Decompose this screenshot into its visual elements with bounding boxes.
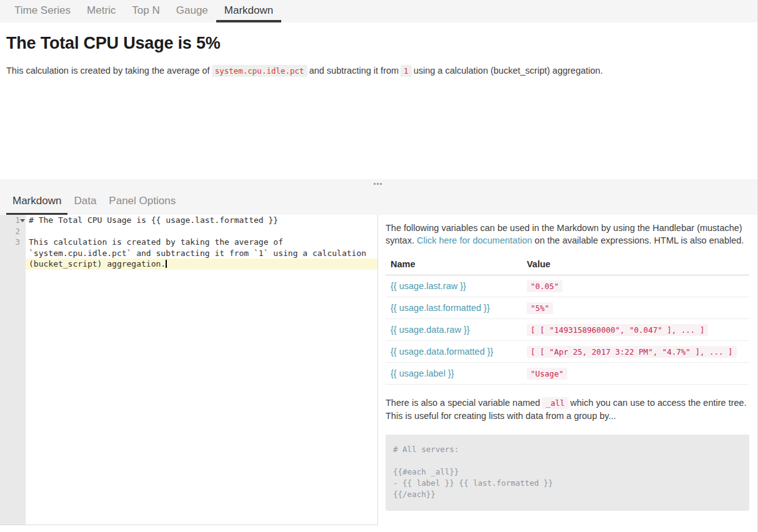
variable-name[interactable]: {{ usage.last.raw }}: [386, 275, 522, 297]
tab-markdown[interactable]: Markdown: [216, 0, 281, 22]
editor-line[interactable]: `system.cpu.idle.pct` and subtracting it…: [0, 248, 377, 259]
example-code-line: [393, 455, 742, 466]
inline-code-one: 1: [401, 65, 412, 77]
line-number-text: 1: [15, 215, 20, 225]
tab-gauge[interactable]: Gauge: [168, 0, 216, 22]
variable-value: "0.05": [527, 280, 562, 292]
preview-description-text: and subtracting it from: [309, 66, 399, 76]
gutter-line-number[interactable]: [0, 248, 26, 259]
variable-name[interactable]: {{ usage.label }}: [386, 363, 522, 385]
tsvb-editor-window: Time Series Metric Top N Gauge Markdown …: [0, 0, 758, 532]
editor-line-active[interactable]: (bucket_script) aggregation.: [0, 259, 377, 270]
markdown-help-panel: The following variables can be used in t…: [378, 215, 757, 532]
preview-description: This calculation is created by taking th…: [6, 64, 750, 77]
editor-line-text: [26, 226, 377, 237]
visualization-type-tabs: Time Series Metric Top N Gauge Markdown: [0, 0, 757, 22]
variable-name[interactable]: {{ usage.data.raw }}: [386, 319, 522, 341]
column-header-name: Name: [386, 255, 522, 275]
column-header-value: Value: [522, 255, 749, 275]
tab-metric[interactable]: Metric: [79, 0, 124, 22]
variable-value-cell: "0.05": [522, 275, 749, 297]
gutter-line-number[interactable]: 1: [0, 215, 26, 226]
text-cursor: [166, 260, 167, 268]
editor-empty-area[interactable]: [0, 270, 377, 525]
variables-intro: The following variables can be used in t…: [386, 222, 749, 247]
gutter-line-number[interactable]: [0, 259, 26, 270]
resize-handle-dots-icon: [374, 183, 383, 185]
variable-value-cell: "5%": [522, 297, 749, 319]
gutter-line-number[interactable]: 3: [0, 237, 26, 248]
editor-active-line-text: (bucket_script) aggregation.: [29, 259, 166, 268]
table-row: {{ usage.last.formatted }} "5%": [386, 297, 749, 319]
variable-name[interactable]: {{ usage.data.formatted }}: [386, 341, 522, 363]
gutter-filler: [0, 270, 26, 525]
table-row: {{ usage.data.raw }} [ [ "1493158960000"…: [386, 319, 749, 341]
editor-line-text: `system.cpu.idle.pct` and subtracting it…: [26, 248, 377, 259]
example-code-line: - {{ label }} {{ last.formatted }}: [393, 478, 742, 489]
variable-name[interactable]: {{ usage.last.formatted }}: [386, 297, 522, 319]
inline-code-metric-field: system.cpu.idle.pct: [212, 65, 307, 77]
preview-title: The Total CPU Usage is 5%: [6, 34, 750, 53]
variables-table-header-row: Name Value: [386, 255, 749, 275]
example-code-block: # All servers:{{#each _all}}- {{ label }…: [386, 435, 749, 511]
editor-line-text: (bucket_script) aggregation.: [26, 259, 377, 270]
preview-description-text: using a calculation (bucket_script) aggr…: [414, 66, 603, 76]
editor-line[interactable]: 3 This calculation is created by taking …: [0, 237, 377, 248]
variable-value: "Usage": [527, 368, 567, 380]
markdown-code-editor[interactable]: 1 # The Total CPU Usage is {{ usage.last…: [0, 215, 378, 525]
editor-line[interactable]: 1 # The Total CPU Usage is {{ usage.last…: [0, 215, 377, 226]
editor-line-text: # The Total CPU Usage is {{ usage.last.f…: [26, 215, 377, 226]
table-row: {{ usage.label }} "Usage": [386, 363, 749, 385]
table-row: {{ usage.data.formatted }} [ [ "Apr 25, …: [386, 341, 749, 363]
variable-value-cell: [ [ "1493158960000", "0.047" ], ... ]: [522, 319, 749, 341]
special-variable-note: There is also a special variable named_a…: [386, 397, 749, 422]
special-note-text: There is also a special variable named: [386, 398, 540, 408]
markdown-workspace: 1 # The Total CPU Usage is {{ usage.last…: [0, 215, 757, 532]
tab-top-n[interactable]: Top N: [124, 0, 167, 22]
panel-tab-data[interactable]: Data: [67, 188, 102, 215]
example-code-line: # All servers:: [393, 444, 742, 455]
documentation-link[interactable]: Click here for documentation: [417, 235, 532, 245]
panel-tab-panel-options[interactable]: Panel Options: [102, 188, 182, 215]
intro-text: on the available expressions. HTML is al…: [532, 235, 744, 245]
gutter-line-number[interactable]: 2: [0, 226, 26, 237]
variable-value: "5%": [527, 302, 553, 314]
markdown-preview-panel: The Total CPU Usage is 5% This calculati…: [0, 22, 757, 179]
example-code-line: {{#each _all}}: [393, 466, 742, 478]
fold-arrow-icon[interactable]: [20, 219, 25, 222]
editor-filler: [26, 270, 377, 525]
variable-value-cell: [ [ "Apr 25, 2017 3:22 PM", "4.7%" ], ..…: [522, 341, 749, 363]
tab-time-series[interactable]: Time Series: [6, 0, 79, 22]
editor-line-text: This calculation is created by taking th…: [26, 237, 377, 248]
editor-panel-tabs: Markdown Data Panel Options: [0, 188, 757, 215]
inline-code-all-variable: _all: [542, 397, 568, 409]
variable-value-cell: "Usage": [522, 363, 749, 385]
editor-line[interactable]: 2: [0, 226, 377, 237]
example-code-line: {{/each}}: [393, 489, 742, 500]
variable-value: [ [ "1493158960000", "0.047" ], ... ]: [527, 324, 708, 336]
variables-table: Name Value {{ usage.last.raw }} "0.05" {…: [386, 255, 749, 385]
panel-tab-markdown[interactable]: Markdown: [6, 188, 67, 215]
panel-resize-handle[interactable]: [0, 179, 757, 188]
variable-value: [ [ "Apr 25, 2017 3:22 PM", "4.7%" ], ..…: [527, 346, 737, 358]
preview-description-text: This calculation is created by taking th…: [6, 66, 210, 76]
table-row: {{ usage.last.raw }} "0.05": [386, 275, 749, 297]
